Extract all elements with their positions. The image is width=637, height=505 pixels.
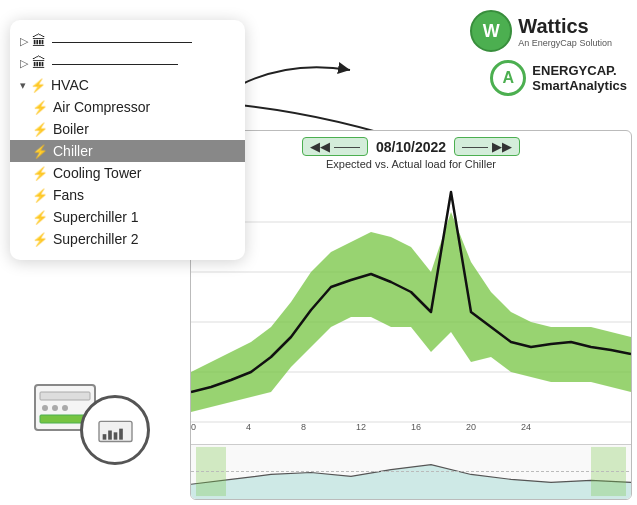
hvac-label: HVAC: [51, 77, 89, 93]
cooling-label: Cooling Tower: [53, 165, 141, 181]
tree-row-root1[interactable]: ▷ 🏛 ——————————: [10, 30, 245, 52]
super1-label: Superchiller 1: [53, 209, 139, 225]
tree-row-chiller[interactable]: ⚡ Chiller: [10, 140, 245, 162]
svg-rect-28: [119, 428, 123, 439]
tree-row-fans[interactable]: ⚡ Fans: [10, 184, 245, 206]
svg-marker-5: [191, 212, 631, 412]
wattics-icon: W: [470, 10, 512, 52]
air-label: Air Compressor: [53, 99, 150, 115]
svg-text:16: 16: [411, 422, 421, 432]
bolt-icon-cooling: ⚡: [32, 166, 48, 181]
tree-row-cooling[interactable]: ⚡ Cooling Tower: [10, 162, 245, 184]
energycap-logo: A ENERGYCAP. SmartAnalytics: [490, 60, 627, 96]
wattics-text: Wattics An EnergyCap Solution: [518, 15, 612, 48]
energycap-name: ENERGYCAP.: [532, 63, 627, 78]
tree-row-super2[interactable]: ⚡ Superchiller 2: [10, 228, 245, 250]
bank-icon2: 🏛: [32, 55, 46, 71]
bank-icon: 🏛: [32, 33, 46, 49]
svg-text:4: 4: [246, 422, 251, 432]
arrow-to-wattics: [230, 55, 360, 95]
next-button[interactable]: —— ▶▶: [454, 137, 520, 156]
svg-point-20: [52, 405, 58, 411]
bolt-icon-fans: ⚡: [32, 188, 48, 203]
bolt-icon-chiller: ⚡: [32, 144, 48, 159]
svg-rect-25: [102, 434, 106, 440]
meter-circle: [80, 395, 150, 465]
energycap-text: ENERGYCAP. SmartAnalytics: [532, 63, 627, 93]
bolt-icon-boiler: ⚡: [32, 122, 48, 137]
main-chart: 0 4 8 12 16 20 24: [191, 172, 631, 432]
svg-text:20: 20: [466, 422, 476, 432]
date-bar: ◀◀ —— 08/10/2022 —— ▶▶: [191, 131, 631, 158]
energycap-subtitle: SmartAnalytics: [532, 78, 627, 93]
svg-text:0: 0: [191, 422, 196, 432]
bolt-icon-air: ⚡: [32, 100, 48, 115]
svg-text:12: 12: [356, 422, 366, 432]
svg-point-21: [62, 405, 68, 411]
bolt-icon-hvac: ⚡: [30, 78, 46, 93]
root2-label: —————————: [52, 55, 178, 71]
tree-row-root2[interactable]: ▷ 🏛 —————————: [10, 52, 245, 74]
wattics-logo: W Wattics An EnergyCap Solution: [470, 10, 612, 52]
tree-panel: ▷ 🏛 —————————— ▷ 🏛 ————————— ▾ ⚡ HVAC ⚡ …: [10, 20, 245, 260]
chart-subtitle: Expected vs. Actual load for Chiller: [191, 158, 631, 170]
svg-rect-26: [108, 430, 112, 439]
svg-text:24: 24: [521, 422, 531, 432]
chart-area: ◀◀ —— 08/10/2022 —— ▶▶ Expected vs. Actu…: [190, 130, 632, 500]
root1-label: ——————————: [52, 33, 192, 49]
chiller-label: Chiller: [53, 143, 93, 159]
tree-row-super1[interactable]: ⚡ Superchiller 1: [10, 206, 245, 228]
chart-date: 08/10/2022: [376, 139, 446, 155]
bolt-icon-super2: ⚡: [32, 232, 48, 247]
tree-row-air[interactable]: ⚡ Air Compressor: [10, 96, 245, 118]
mini-chart: [191, 444, 631, 499]
bolt-icon-super1: ⚡: [32, 210, 48, 225]
chevron-icon2: ▷: [20, 57, 28, 70]
tree-row-boiler[interactable]: ⚡ Boiler: [10, 118, 245, 140]
svg-rect-18: [40, 392, 90, 400]
svg-text:8: 8: [301, 422, 306, 432]
chevron-down-icon: ▾: [20, 79, 26, 92]
chevron-icon: ▷: [20, 35, 28, 48]
wattics-name: Wattics: [518, 15, 612, 38]
logos-area: W Wattics An EnergyCap Solution A ENERGY…: [470, 10, 627, 96]
svg-rect-27: [113, 432, 117, 439]
wattics-subtitle: An EnergyCap Solution: [518, 38, 612, 48]
boiler-label: Boiler: [53, 121, 89, 137]
svg-point-19: [42, 405, 48, 411]
prev-button[interactable]: ◀◀ ——: [302, 137, 368, 156]
energycap-icon: A: [490, 60, 526, 96]
tree-row-hvac[interactable]: ▾ ⚡ HVAC: [10, 74, 245, 96]
fans-label: Fans: [53, 187, 84, 203]
super2-label: Superchiller 2: [53, 231, 139, 247]
